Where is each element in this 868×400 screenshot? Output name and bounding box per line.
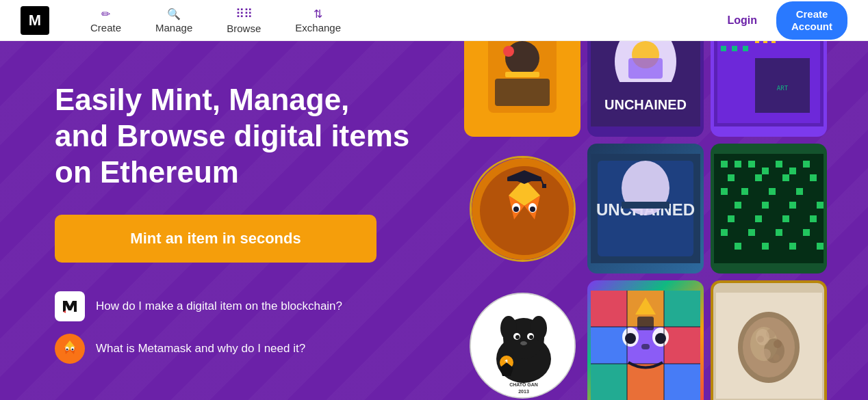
faq-item-1[interactable]: How do I make a digital item on the bloc… (55, 291, 409, 321)
nft-card-8 (587, 280, 704, 400)
faq-icon-fox (55, 334, 85, 364)
hero-image-grid: UNCHAINED (457, 41, 868, 400)
svg-rect-78 (741, 188, 748, 195)
nft-art-3: ART (714, 41, 824, 126)
svg-rect-31 (732, 46, 737, 51)
svg-rect-96 (817, 243, 824, 250)
nav-browse[interactable]: ⠿⠿ Browse (227, 6, 261, 34)
nft-art-6 (714, 154, 824, 263)
svg-rect-93 (735, 243, 741, 250)
nft-art-5: UNCHAINED (591, 154, 700, 263)
hero-content: Easily Mint, Manage,and Browse digital i… (0, 41, 409, 391)
svg-point-140 (774, 340, 782, 348)
svg-rect-74 (755, 174, 762, 181)
svg-rect-83 (789, 202, 796, 209)
nav-exchange[interactable]: ⇅ Exchange (295, 8, 341, 34)
svg-rect-87 (782, 215, 789, 222)
svg-rect-88 (810, 215, 817, 222)
svg-rect-67 (735, 161, 741, 168)
nft-card-5: UNCHAINED (587, 144, 704, 274)
svg-rect-16 (505, 72, 539, 77)
nft-art-9 (716, 293, 822, 399)
svg-rect-38 (771, 41, 776, 43)
hero-section: Easily Mint, Manage,and Browse digital i… (0, 41, 868, 400)
svg-point-143 (756, 329, 769, 345)
main-nav: ✏ Create 🔍 Manage ⠿⠿ Browse ⇅ Exchange (90, 6, 719, 34)
nft-card-7-container: 1 CHATO GAN 2013 (464, 280, 580, 400)
svg-rect-116 (591, 327, 627, 364)
nft-art-4 (472, 158, 576, 262)
svg-rect-120 (627, 364, 664, 400)
svg-rect-113 (591, 291, 627, 327)
svg-rect-80 (796, 188, 803, 195)
svg-rect-95 (789, 243, 796, 250)
nft-card-1 (464, 41, 580, 137)
svg-rect-73 (728, 174, 735, 181)
svg-rect-79 (769, 188, 776, 195)
nft-card-9 (711, 280, 827, 400)
login-button[interactable]: Login (719, 9, 765, 32)
svg-rect-68 (748, 161, 755, 168)
faq-item-2[interactable]: What is Metamask and why do I need it? (55, 334, 409, 364)
svg-rect-115 (664, 291, 700, 327)
header-actions: Login CreateAccount (719, 1, 847, 40)
m-logo-icon (60, 297, 79, 316)
nav-create[interactable]: ✏ Create (90, 8, 121, 34)
svg-rect-89 (721, 229, 728, 236)
svg-rect-14 (495, 79, 550, 106)
svg-rect-92 (803, 229, 810, 236)
nft-card-3: ART (711, 41, 827, 137)
nft-art-7: 1 CHATO GAN 2013 (471, 294, 576, 399)
create-icon: ✏ (101, 8, 110, 21)
svg-rect-64 (622, 202, 669, 209)
svg-rect-70 (776, 161, 782, 168)
svg-rect-36 (755, 41, 759, 43)
svg-rect-66 (721, 161, 728, 168)
svg-rect-119 (591, 364, 627, 400)
mint-button[interactable]: Mint an item in seconds (55, 215, 376, 263)
svg-rect-75 (782, 174, 789, 181)
svg-point-15 (503, 46, 514, 57)
svg-point-10 (72, 349, 74, 351)
svg-rect-22 (628, 58, 663, 79)
manage-icon: 🔍 (167, 8, 181, 21)
svg-text:UNCHAINED: UNCHAINED (604, 97, 687, 112)
svg-rect-32 (743, 46, 748, 51)
svg-text:CHATO GAN: CHATO GAN (509, 382, 538, 387)
svg-rect-128 (637, 317, 654, 330)
svg-point-54 (513, 206, 519, 212)
nft-card-4-container (464, 144, 580, 274)
svg-text:ART: ART (777, 85, 789, 92)
svg-rect-81 (735, 202, 741, 209)
svg-point-142 (773, 354, 780, 361)
svg-rect-72 (803, 161, 810, 168)
fox-icon (56, 335, 84, 362)
svg-point-141 (760, 349, 771, 360)
svg-point-55 (530, 206, 535, 212)
svg-rect-118 (664, 327, 700, 364)
nft-art-2: UNCHAINED (591, 41, 700, 126)
exchange-icon: ⇅ (314, 8, 322, 21)
svg-rect-121 (664, 364, 700, 400)
nft-art-1 (474, 41, 570, 126)
svg-text:2013: 2013 (518, 389, 529, 394)
svg-rect-85 (728, 215, 735, 222)
nft-card-2: UNCHAINED (587, 41, 704, 137)
nav-manage[interactable]: 🔍 Manage (155, 8, 192, 34)
nft-card-4 (470, 156, 576, 262)
logo[interactable]: M (21, 6, 49, 35)
svg-point-104 (515, 335, 520, 339)
faq-list: How do I make a digital item on the bloc… (55, 291, 409, 364)
browse-icon: ⠿⠿ (235, 6, 252, 21)
svg-rect-76 (810, 174, 817, 181)
svg-rect-37 (763, 41, 767, 43)
svg-rect-90 (748, 229, 755, 236)
nft-art-8 (591, 291, 700, 400)
create-account-button[interactable]: CreateAccount (776, 1, 847, 40)
svg-rect-30 (721, 46, 726, 51)
svg-point-9 (66, 349, 68, 351)
header: M ✏ Create 🔍 Manage ⠿⠿ Browse ⇅ Exchange… (0, 0, 868, 41)
svg-rect-69 (762, 168, 769, 174)
svg-rect-86 (755, 215, 762, 222)
svg-rect-71 (789, 168, 796, 174)
